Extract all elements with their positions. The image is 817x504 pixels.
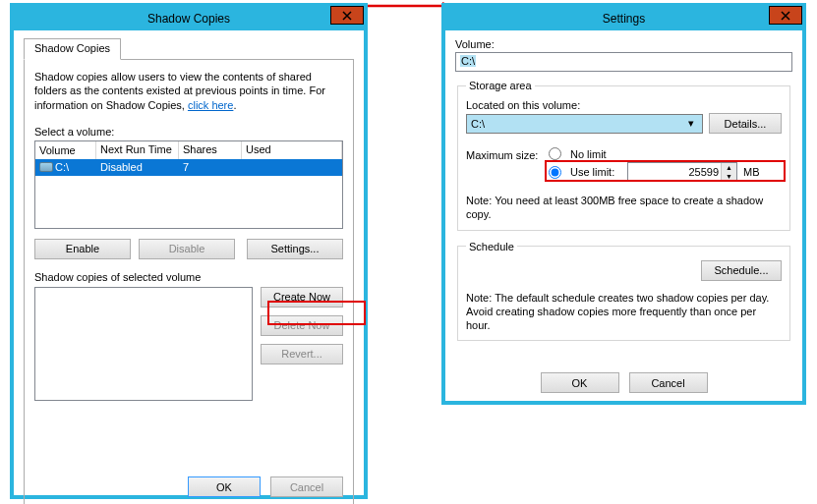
enable-button[interactable]: Enable xyxy=(34,239,131,259)
col-nextruntime[interactable]: Next Run Time xyxy=(96,141,179,159)
cancel-button[interactable]: Cancel xyxy=(629,372,708,393)
description-text: Shadow copies allow users to view the co… xyxy=(34,70,343,112)
table-row[interactable]: C:\ Disabled 7 xyxy=(35,159,342,176)
col-volume[interactable]: Volume xyxy=(35,141,96,159)
ok-button[interactable]: OK xyxy=(541,372,619,393)
spin-up-icon[interactable]: ▲ xyxy=(722,163,736,172)
delete-now-button: Delete Now xyxy=(261,315,343,336)
schedule-button[interactable]: Schedule... xyxy=(701,260,782,281)
details-button[interactable]: Details... xyxy=(709,113,782,134)
disable-button: Disable xyxy=(139,239,235,259)
titlebar: Settings xyxy=(445,7,802,30)
ok-button[interactable]: OK xyxy=(188,476,261,497)
window-title: Shadow Copies xyxy=(147,12,230,26)
select-volume-label: Select a volume: xyxy=(34,126,343,138)
volume-table[interactable]: Volume Next Run Time Shares Used C:\ Dis… xyxy=(34,140,343,229)
shadow-copies-window: Shadow Copies Shadow Copies Shadow copie… xyxy=(10,3,368,499)
selected-copies-list[interactable] xyxy=(34,287,253,401)
col-shares[interactable]: Shares xyxy=(179,141,242,159)
create-now-button[interactable]: Create Now xyxy=(261,287,343,308)
click-here-link[interactable]: click here xyxy=(188,99,233,111)
settings-window: Settings Volume: C:\ Storage area Locate… xyxy=(441,3,806,405)
located-volume-combo[interactable]: C:\ ▾ xyxy=(466,114,703,134)
selected-volume-label: Shadow copies of selected volume xyxy=(34,271,343,283)
spin-down-icon[interactable]: ▼ xyxy=(722,172,736,181)
storage-note: Note: You need at least 300MB free space… xyxy=(466,194,782,222)
close-button[interactable] xyxy=(769,6,802,25)
storage-area-legend: Storage area xyxy=(466,80,535,91)
use-limit-radio[interactable] xyxy=(549,166,561,179)
limit-input[interactable] xyxy=(628,166,721,178)
limit-unit-label: MB xyxy=(743,166,760,178)
no-limit-label: No limit xyxy=(570,148,607,160)
no-limit-radio[interactable] xyxy=(549,147,561,160)
limit-spinner[interactable]: ▲ ▼ xyxy=(627,162,737,182)
volume-field: C:\ xyxy=(455,52,792,72)
located-label: Located on this volume: xyxy=(466,99,782,111)
close-button[interactable] xyxy=(330,6,364,25)
max-size-label: Maximum size: xyxy=(466,147,543,161)
window-title: Settings xyxy=(603,12,645,26)
revert-button: Revert... xyxy=(261,344,343,364)
table-header: Volume Next Run Time Shares Used xyxy=(35,141,342,159)
tab-shadow-copies[interactable]: Shadow Copies xyxy=(24,38,121,60)
cancel-button: Cancel xyxy=(270,476,343,497)
chevron-down-icon: ▾ xyxy=(683,117,698,130)
schedule-note: Note: The default schedule creates two s… xyxy=(466,291,782,333)
col-used[interactable]: Used xyxy=(242,141,342,159)
settings-button[interactable]: Settings... xyxy=(247,239,343,259)
titlebar: Shadow Copies xyxy=(14,7,364,30)
schedule-legend: Schedule xyxy=(466,241,517,252)
use-limit-label: Use limit: xyxy=(570,166,621,178)
drive-icon xyxy=(39,162,53,172)
volume-label: Volume: xyxy=(455,38,792,50)
